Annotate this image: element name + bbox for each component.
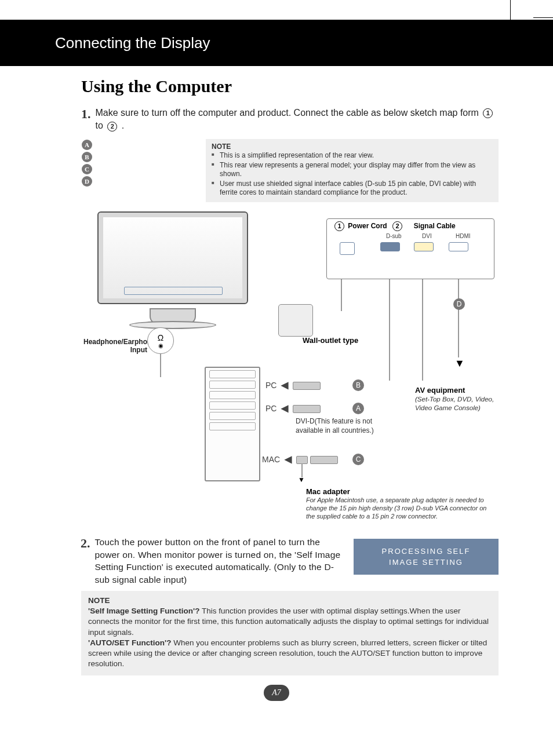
route-badge-d: D (453, 298, 465, 310)
note2-q2: 'AUTO/SET Function'? (88, 638, 171, 647)
badge-b: B (82, 152, 92, 162)
pc-tower-icon (205, 367, 260, 481)
arrow-left-icon: ◀ (281, 380, 288, 390)
step-1-number: 1. (81, 107, 91, 133)
section-title: Using the Computer (81, 76, 499, 96)
av-equipment-label: AV equipment (Set-Top Box, DVD, Video, V… (415, 386, 497, 412)
wall-plug-icon (278, 304, 313, 337)
note2-q1: 'Self Image Setting Function'? (88, 607, 199, 615)
circled-2-panel-icon: 2 (392, 221, 402, 231)
mac-row: MAC ◀ (262, 454, 338, 465)
dvid-note: DVI-D(This feature is not available in a… (296, 417, 388, 435)
hdmi-port-icon (449, 242, 468, 251)
badge-a: A (82, 140, 92, 150)
dsub-label: D-sub (386, 233, 402, 239)
connector-icon (293, 405, 321, 413)
circled-1-icon: 1 (483, 108, 493, 118)
processing-line1: PROCESSING SELF (354, 547, 499, 556)
power-cord-label: Power Cord (348, 222, 387, 230)
dvi-port-icon (414, 242, 434, 251)
note1-item: This rear view represents a general mode… (220, 161, 493, 179)
step1-text-a: Make sure to turn off the computer and p… (96, 108, 482, 118)
note-box-1: NOTE This is a simplified representation… (206, 139, 499, 202)
circled-2-icon: 2 (107, 122, 117, 132)
wall-outlet-label: Wall-outlet type (303, 336, 358, 345)
dvi-label: DVI (422, 233, 432, 239)
step1-text-c: . (122, 120, 124, 130)
step-2: 2. Touch the power button on the front o… (81, 536, 341, 592)
step-2-text: Touch the power button on the front of p… (95, 536, 342, 586)
port-strip-icon (124, 287, 223, 295)
pc-row-b: PC ◀ (265, 379, 321, 390)
rear-panel: 1 Power Cord 2 Signal Cable D-sub DVI HD… (326, 218, 494, 279)
page-number-badge: A7 (264, 685, 289, 701)
header-band: Connecting the Display (0, 20, 553, 66)
route-badge-b: B (352, 379, 364, 391)
mac-adapter-text: For Apple Macintosh use, a separate plug… (306, 496, 492, 520)
pc-label: PC (265, 404, 276, 413)
processing-self-image-box: PROCESSING SELF IMAGE SETTING (354, 539, 499, 575)
dsub-port-icon (380, 242, 400, 251)
note2-label: NOTE (88, 596, 492, 606)
headphone-jack-icon: Ω ◉ (147, 327, 174, 354)
note2-item-2: 'AUTO/SET Function'? When you encounter … (88, 638, 492, 670)
signal-cable-label: Signal Cable (414, 222, 456, 230)
note1-item: User must use shielded signal interface … (220, 180, 493, 198)
note2-item-1: 'Self Image Setting Function'? This func… (88, 606, 492, 638)
pc-label: PC (265, 381, 276, 390)
connection-diagram: 1 Power Cord 2 Signal Cable D-sub DVI HD… (92, 206, 497, 527)
option-badges: A B C D (82, 140, 92, 187)
mac-adapter-title: Mac adapter (306, 487, 350, 496)
connector-icon (293, 382, 321, 390)
step1-text-b: to (96, 120, 106, 130)
note1-label: NOTE (212, 143, 493, 151)
monitor-base-icon (129, 321, 216, 329)
monitor-icon (97, 211, 248, 324)
av-title: AV equipment (415, 386, 497, 395)
circled-1-panel-icon: 1 (334, 221, 344, 231)
arrow-down-icon: ▼ (298, 476, 305, 484)
mac-label: MAC (262, 455, 280, 464)
step-2-number: 2. (81, 536, 90, 586)
arrow-left-icon: ◀ (285, 454, 292, 464)
badge-c: C (82, 164, 92, 174)
processing-line2: IMAGE SETTING (354, 558, 499, 567)
route-badge-a: A (352, 403, 364, 414)
arrow-left-icon: ◀ (281, 403, 288, 413)
route-badge-c: C (352, 454, 364, 465)
power-port-icon (340, 242, 355, 255)
note1-item: This is a simplified representation of t… (220, 151, 493, 160)
connector-icon (310, 456, 338, 464)
hdmi-label: HDMI (456, 233, 471, 239)
step-1-text: Make sure to turn off the computer and p… (96, 107, 499, 133)
arrow-down-icon: ▼ (454, 357, 465, 370)
header-title: Connecting the Display (55, 34, 210, 52)
pc-row-a: PC ◀ (265, 403, 321, 414)
note-box-2: NOTE 'Self Image Setting Function'? This… (81, 591, 499, 675)
headphone-label: Headphone/Earphone Input (83, 338, 147, 354)
badge-d: D (82, 176, 92, 187)
step-1: 1. Make sure to turn off the computer an… (81, 107, 499, 133)
av-subtitle: (Set-Top Box, DVD, Video, Video Game Con… (415, 396, 494, 411)
content-area: Using the Computer 1. Make sure to turn … (81, 76, 499, 138)
monitor-screen-icon (97, 211, 248, 304)
mac-adapter-note: Mac adapter For Apple Macintosh use, a s… (306, 486, 492, 520)
